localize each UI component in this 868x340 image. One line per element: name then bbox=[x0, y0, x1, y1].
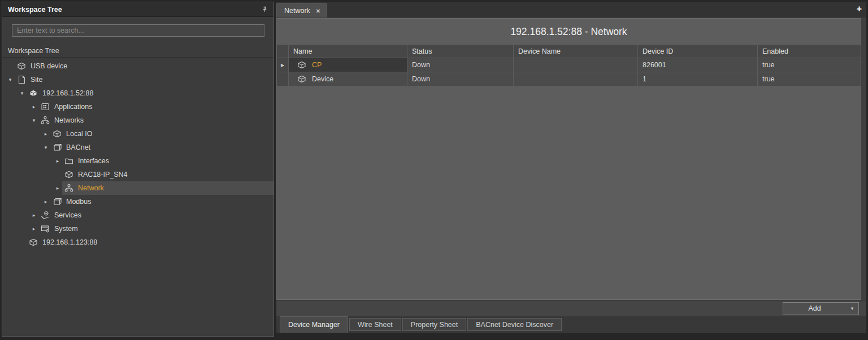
tab-network[interactable]: Network ✕ bbox=[276, 3, 327, 18]
add-button[interactable]: Add ▾ bbox=[783, 302, 859, 315]
column-header-enabled[interactable]: Enabled bbox=[758, 45, 861, 58]
tree-item-network[interactable]: ▸Network bbox=[2, 181, 274, 195]
tree-item-label: Applications bbox=[54, 103, 92, 111]
table-body: ▶CPDown826001trueDeviceDown1true bbox=[277, 58, 861, 86]
row-arrow-icon: ▶ bbox=[281, 63, 284, 68]
column-header-status[interactable]: Status bbox=[407, 45, 514, 58]
tree-item-content: Interfaces bbox=[62, 154, 274, 168]
table-row-device[interactable]: DeviceDown1true bbox=[277, 72, 861, 86]
tree-item-usb-device[interactable]: USB device bbox=[2, 59, 274, 73]
folder-icon bbox=[63, 156, 75, 165]
system-icon bbox=[40, 224, 51, 233]
page-icon bbox=[16, 75, 27, 84]
device-box-icon bbox=[28, 238, 39, 247]
tree-item-content: RAC18-IP_SN4 bbox=[62, 168, 274, 181]
tree-item-local-io[interactable]: ▸Local IO bbox=[2, 127, 274, 141]
workspace-tree-panel: Workspace Tree Workspace Tree USB device… bbox=[2, 2, 274, 337]
expand-arrow-icon[interactable]: ▸ bbox=[41, 195, 50, 208]
tree-item-content: Networks bbox=[38, 114, 274, 127]
tree-item-content: 192.168.1.123:88 bbox=[27, 236, 274, 249]
controller-icon bbox=[28, 89, 39, 98]
collapse-arrow-icon[interactable]: ▾ bbox=[6, 73, 15, 86]
cell-status: Down bbox=[407, 58, 514, 72]
device-box-icon bbox=[63, 170, 75, 179]
tree-item-content: Modbus bbox=[50, 195, 274, 208]
tree-item-label: BACnet bbox=[66, 143, 90, 151]
cell-enabled: true bbox=[758, 72, 861, 86]
cell-device-id: 826001 bbox=[638, 58, 758, 72]
network-icon bbox=[63, 184, 75, 193]
expand-arrow-icon[interactable]: ▸ bbox=[29, 222, 38, 236]
header-corner bbox=[277, 45, 289, 58]
tree-item-192-168-1-123-88[interactable]: 192.168.1.123:88 bbox=[2, 236, 274, 249]
device-box-icon bbox=[16, 62, 27, 71]
tree-item-label: Modbus bbox=[66, 198, 91, 206]
tree-item-192-168-1-52-88[interactable]: ▾192.168.1.52:88 bbox=[2, 86, 274, 100]
device-name-label: CP bbox=[312, 61, 322, 69]
tree-item-label: Site bbox=[31, 76, 43, 84]
cell-device-name bbox=[514, 72, 638, 86]
tree-item-interfaces[interactable]: ▸Interfaces bbox=[2, 154, 274, 168]
search-input[interactable] bbox=[12, 24, 264, 37]
view-tab-wire-sheet[interactable]: Wire Sheet bbox=[349, 318, 401, 331]
collapse-arrow-icon[interactable]: ▾ bbox=[18, 86, 27, 100]
tree-item-rac18-ip-sn4[interactable]: RAC18-IP_SN4 bbox=[2, 168, 274, 181]
tree-item-label: RAC18-IP_SN4 bbox=[78, 171, 128, 178]
dropdown-arrow-icon: ▾ bbox=[846, 306, 858, 311]
tree-item-content: Local IO bbox=[50, 127, 274, 141]
column-header-device-id[interactable]: Device ID bbox=[638, 45, 758, 58]
tree-item-label: Interfaces bbox=[78, 157, 109, 165]
tree-item-label: Local IO bbox=[66, 130, 93, 138]
new-tab-button[interactable]: + bbox=[857, 4, 862, 14]
app-window: Workspace Tree Workspace Tree USB device… bbox=[0, 0, 868, 340]
tree-item-label: 192.168.1.123:88 bbox=[42, 238, 97, 246]
view-tab-device-manager[interactable]: Device Manager bbox=[280, 316, 348, 333]
search-area bbox=[2, 17, 274, 42]
tree-item-content: USB device bbox=[15, 59, 274, 73]
expand-arrow-icon[interactable]: ▸ bbox=[29, 208, 38, 222]
cell-enabled: true bbox=[758, 58, 861, 72]
tree-item-bacnet[interactable]: ▾BACnet bbox=[2, 141, 274, 154]
column-header-device-name[interactable]: Device Name bbox=[514, 45, 638, 58]
tree-item-content: BACnet bbox=[50, 141, 274, 154]
expand-arrow-icon[interactable]: ▸ bbox=[53, 154, 62, 168]
view-title: 192.168.1.52:88 - Network bbox=[277, 19, 861, 45]
table-row-cp[interactable]: ▶CPDown826001true bbox=[277, 58, 861, 72]
expand-arrow-icon[interactable]: ▸ bbox=[53, 181, 62, 195]
network-icon bbox=[40, 116, 51, 125]
tree-item-label: Services bbox=[54, 211, 81, 219]
device-name-label: Device bbox=[312, 75, 333, 83]
view-tabstrip: Device ManagerWire SheetProperty SheetBA… bbox=[276, 316, 866, 333]
tree-item-modbus[interactable]: ▸Modbus bbox=[2, 195, 274, 208]
tree-item-system[interactable]: ▸System bbox=[2, 222, 274, 236]
tree-item-site[interactable]: ▾Site bbox=[2, 73, 274, 86]
tree-item-content: Services bbox=[38, 208, 274, 222]
tree-item-networks[interactable]: ▾Networks bbox=[2, 114, 274, 127]
view-tab-bacnet-device-discover[interactable]: BACnet Device Discover bbox=[467, 318, 562, 331]
tree-section-label: Workspace Tree bbox=[2, 45, 274, 58]
device-box-icon bbox=[296, 75, 307, 84]
main-panel: Network ✕ + 192.168.1.52:88 - Network Na… bbox=[276, 2, 866, 337]
close-icon[interactable]: ✕ bbox=[316, 8, 320, 14]
services-icon bbox=[40, 211, 51, 220]
cell-device-id: 1 bbox=[638, 72, 758, 86]
tree-item-label: Network bbox=[78, 184, 104, 192]
cell-status: Down bbox=[407, 72, 514, 86]
tree-item-services[interactable]: ▸Services bbox=[2, 208, 274, 222]
row-selector-cell bbox=[277, 72, 289, 86]
pin-icon[interactable] bbox=[260, 5, 269, 14]
tree-item-applications[interactable]: ▸Applications bbox=[2, 100, 274, 114]
table-header-row: NameStatusDevice NameDevice IDEnabled bbox=[277, 45, 861, 58]
workspace-tree: USB device▾Site▾192.168.1.52:88▸Applicat… bbox=[2, 58, 274, 336]
view-tab-property-sheet[interactable]: Property Sheet bbox=[402, 318, 466, 331]
device-box-icon bbox=[51, 129, 63, 138]
collapse-arrow-icon[interactable]: ▾ bbox=[41, 141, 50, 154]
tree-item-content: Network bbox=[62, 181, 274, 195]
device-box-icon bbox=[296, 60, 307, 69]
column-header-name[interactable]: Name bbox=[289, 45, 407, 58]
document-tabstrip: Network ✕ + bbox=[276, 2, 866, 18]
expand-arrow-icon[interactable]: ▸ bbox=[29, 100, 38, 114]
name-cell-content: Device bbox=[289, 72, 407, 86]
collapse-arrow-icon[interactable]: ▾ bbox=[29, 114, 38, 127]
expand-arrow-icon[interactable]: ▸ bbox=[41, 127, 50, 141]
